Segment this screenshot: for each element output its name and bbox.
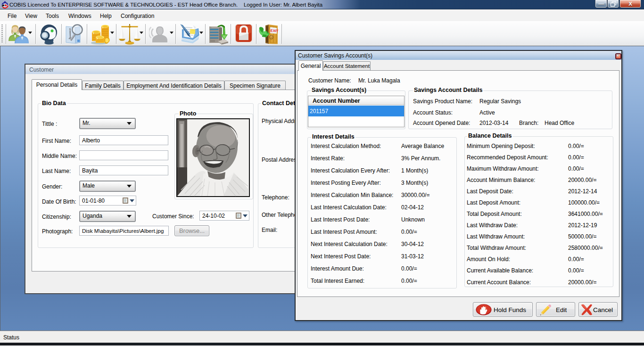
svg-text:EXIT: EXIT xyxy=(271,29,279,33)
